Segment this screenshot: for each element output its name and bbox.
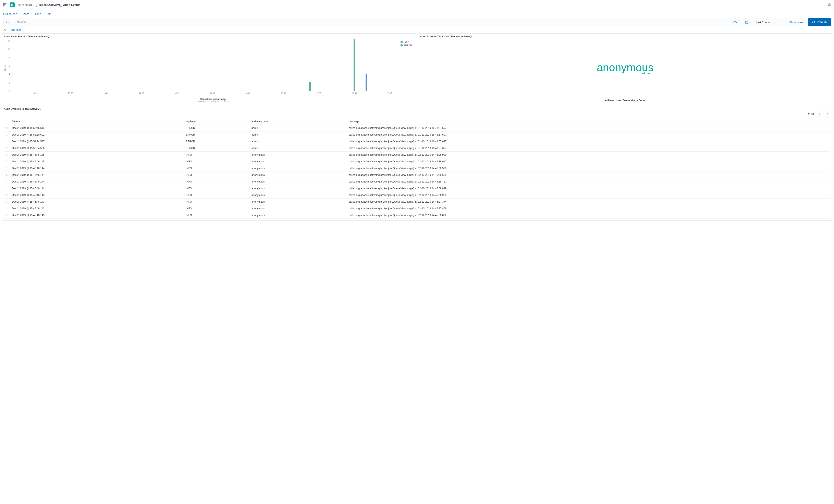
svg-point-3 (4, 29, 5, 30)
col-level[interactable]: log.level (184, 118, 249, 125)
cell-level: INFO (184, 199, 249, 205)
refresh-label: Refresh (817, 21, 827, 24)
app-badge[interactable]: D (10, 2, 15, 7)
prev-page-button[interactable] (817, 111, 822, 116)
add-filter-link[interactable]: + Add filter (8, 28, 21, 31)
search-input[interactable] (17, 21, 731, 24)
time-range-label: Last 3 hours (756, 21, 771, 24)
lifebuoy-icon[interactable] (828, 3, 832, 7)
legend-item[interactable]: INFO (400, 41, 412, 43)
x-tick: 14:30 (210, 92, 215, 94)
cell-level: INFO (184, 179, 249, 185)
cell-message: called org.apache.activemq.broker.jmx.Qu… (347, 212, 830, 219)
gear-icon[interactable] (3, 28, 6, 31)
kibana-logo-icon[interactable] (2, 2, 7, 7)
cell-user: admin (249, 145, 347, 152)
header-bar: D Dashboard / [Filebeat ActiveMQ] Audit … (0, 0, 834, 10)
cell-level: INFO (184, 165, 249, 172)
cell-user: anonymous (249, 179, 347, 185)
cell-time: Dec 2, 2019 @ 15:52:46.613 (10, 125, 184, 132)
date-picker: Last 3 hours Show dates (743, 18, 806, 26)
table-row: Dec 2, 2019 @ 15:45:46.144INFOanonymousc… (4, 172, 830, 179)
legend-swatch (400, 41, 402, 43)
cell-time: Dec 2, 2019 @ 15:45:46.143 (10, 199, 184, 205)
expand-row-button[interactable] (4, 212, 10, 219)
tag-cloud-panel: Audit Account Tag Cloud [Filebeat Active… (418, 33, 832, 104)
cell-time: Dec 2, 2019 @ 15:45:46.143 (10, 212, 184, 219)
cell-level: INFO (184, 212, 249, 219)
expand-row-button[interactable] (4, 145, 10, 152)
expand-row-button[interactable] (4, 125, 10, 132)
next-page-button[interactable] (825, 111, 830, 116)
tag-cloud-term-big[interactable]: anonymous (597, 62, 654, 73)
chart-plot[interactable]: 13:1513:3013:4514:0014:1514:3014:4515:00… (11, 39, 414, 96)
expand-row-button[interactable] (4, 185, 10, 192)
legend-label: INFO (404, 41, 409, 43)
expand-row-button[interactable] (4, 152, 10, 158)
table-row: Dec 2, 2019 @ 15:52:24.587ERRORadmincall… (4, 138, 830, 145)
expand-row-button[interactable] (4, 172, 10, 179)
toolbar: Full screen Share Clone Edit (0, 10, 834, 18)
expand-row-button[interactable] (4, 165, 10, 172)
x-tick: 13:30 (68, 92, 73, 94)
expand-row-button[interactable] (4, 132, 10, 138)
cell-level: ERROR (184, 132, 249, 138)
x-axis-label: @timestamp per 5 minutes (12, 98, 414, 100)
calendar-button[interactable] (743, 18, 753, 26)
cell-message: called org.apache.activemq.broker.jmx.Qu… (347, 125, 830, 132)
cell-user: anonymous (249, 165, 347, 172)
x-tick: 14:45 (245, 92, 250, 94)
show-dates-link[interactable]: Show dates (789, 21, 803, 24)
pagination-label: 1–18 of 18 (802, 112, 814, 115)
expand-row-button[interactable] (4, 192, 10, 199)
chart-bar-error[interactable] (366, 73, 367, 91)
table-panel-title: Audit Events [Filebeat ActiveMQ] (4, 108, 830, 110)
breadcrumb-root[interactable]: Dashboard (18, 3, 32, 6)
refresh-button[interactable]: Refresh (808, 18, 831, 26)
clone-link[interactable]: Clone (34, 13, 41, 16)
legend-item[interactable]: ERROR (400, 44, 412, 47)
col-user[interactable]: activemq.user (249, 118, 347, 125)
cell-message: called org.apache.activemq.broker.jmx.Qu… (347, 158, 830, 165)
cell-level: INFO (184, 205, 249, 212)
tag-cloud: anonymous admin (420, 39, 830, 98)
edit-link[interactable]: Edit (46, 13, 50, 16)
expand-row-button[interactable] (4, 179, 10, 185)
expand-row-button[interactable] (4, 205, 10, 212)
table-row: Dec 2, 2019 @ 15:52:39.602ERRORadmincall… (4, 132, 830, 138)
x-tick: 15:45 (387, 92, 392, 94)
cell-message: called org.apache.activemq.broker.jmx.Qu… (347, 152, 830, 158)
cell-user: admin (249, 132, 347, 138)
share-link[interactable]: Share (22, 13, 29, 16)
expand-row-button[interactable] (4, 199, 10, 205)
x-tick: 14:00 (139, 92, 144, 94)
table-row: Dec 2, 2019 @ 15:45:46.143INFOanonymousc… (4, 212, 830, 219)
cell-message: called org.apache.activemq.broker.jmx.Qu… (347, 145, 830, 152)
cell-level: INFO (184, 192, 249, 199)
filter-index-button[interactable]: # (3, 18, 12, 26)
chevron-left-icon (818, 113, 820, 115)
cell-user: anonymous (249, 185, 347, 192)
cell-user: anonymous (249, 158, 347, 165)
expand-row-button[interactable] (4, 138, 10, 145)
chart-legend: INFOERROR (400, 41, 412, 47)
chevron-right-icon (827, 113, 829, 115)
x-tick: 13:15 (32, 92, 38, 94)
kql-toggle[interactable]: KQL (733, 21, 738, 24)
cell-message: called org.apache.activemq.broker.jmx.Qu… (347, 185, 830, 192)
cell-time: Dec 2, 2019 @ 15:45:46.144 (10, 165, 184, 172)
chart-bar-info[interactable] (354, 39, 355, 91)
col-time[interactable]: Time ▼ (10, 118, 184, 125)
events-table: Time ▼ log.level activemq.user message D… (4, 118, 830, 219)
expand-row-button[interactable] (4, 158, 10, 165)
time-range[interactable]: Last 3 hours Show dates (753, 18, 806, 26)
cell-time: Dec 2, 2019 @ 15:45:46.145 (10, 152, 184, 158)
cell-time: Dec 2, 2019 @ 15:52:39.602 (10, 132, 184, 138)
col-message[interactable]: message (347, 118, 830, 125)
calendar-icon (745, 21, 748, 24)
cell-level: ERROR (184, 138, 249, 145)
chart-bar-info[interactable] (309, 82, 311, 91)
full-screen-link[interactable]: Full screen (3, 13, 17, 16)
cell-level: INFO (184, 185, 249, 192)
cell-message: called org.apache.activemq.broker.jmx.Qu… (347, 192, 830, 199)
